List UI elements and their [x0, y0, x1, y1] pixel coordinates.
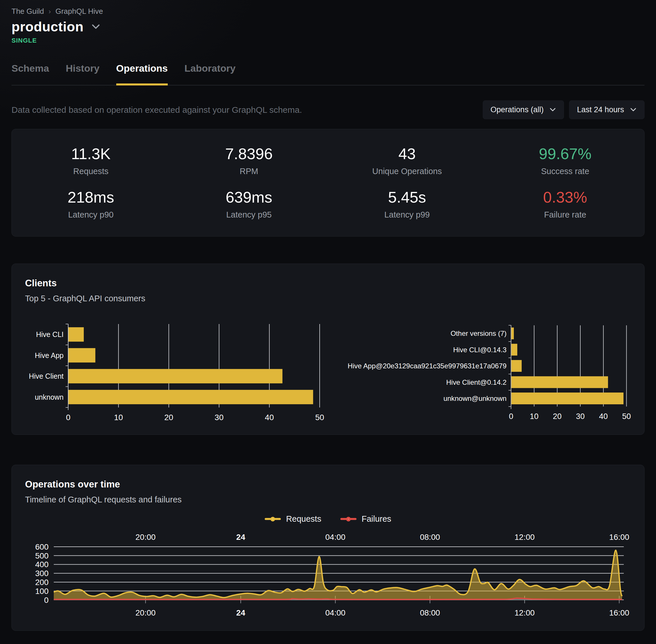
svg-text:10: 10	[530, 412, 538, 421]
time-range-select[interactable]: Last 24 hours	[569, 100, 645, 119]
stat-label: RPM	[170, 167, 328, 176]
tab-schema[interactable]: Schema	[11, 63, 49, 85]
stat-value: 7.8396	[170, 145, 328, 163]
legend-label: Requests	[286, 514, 321, 524]
svg-text:16:00: 16:00	[609, 608, 629, 617]
stat-label: Latency p95	[170, 210, 328, 220]
svg-text:20:00: 20:00	[136, 608, 156, 617]
tab-history[interactable]: History	[66, 63, 99, 85]
stat-success-rate: 99.67% Success rate	[486, 145, 645, 176]
chevron-down-icon	[630, 108, 637, 112]
failures-series-icon	[341, 518, 356, 520]
stat-unique-operations: 43 Unique Operations	[328, 145, 486, 176]
page-title: production	[11, 19, 84, 34]
breadcrumb-project-link[interactable]: GraphQL Hive	[55, 7, 103, 16]
svg-text:0: 0	[509, 412, 513, 421]
stat-label: Latency p90	[12, 210, 170, 220]
svg-text:Hive App@20e3129caa921c35e9979: Hive App@20e3129caa921c35e9979631e17a067…	[348, 362, 507, 370]
operations-filter-select[interactable]: Operations (all)	[483, 100, 564, 119]
requests-series-icon	[265, 518, 281, 520]
clients-card-subtitle: Top 5 - GraphQL API consumers	[25, 294, 631, 303]
legend-item-failures[interactable]: Failures	[341, 514, 391, 524]
stat-value: 99.67%	[486, 145, 645, 163]
svg-text:30: 30	[215, 413, 224, 422]
stat-value: 639ms	[170, 188, 328, 206]
legend-label: Failures	[362, 514, 391, 524]
svg-text:08:00: 08:00	[420, 608, 440, 617]
stat-label: Latency p99	[328, 210, 486, 220]
svg-text:Hive Client@0.14.2: Hive Client@0.14.2	[446, 378, 507, 386]
svg-text:100: 100	[35, 587, 49, 596]
svg-text:16:00: 16:00	[609, 533, 629, 542]
svg-text:12:00: 12:00	[514, 533, 535, 542]
operations-card-title: Operations over time	[25, 479, 631, 490]
svg-text:Hive CLI: Hive CLI	[36, 330, 64, 338]
svg-text:30: 30	[576, 412, 585, 421]
operations-page: The Guild › GraphQL Hive production SING…	[0, 0, 656, 642]
legend-item-requests[interactable]: Requests	[265, 514, 321, 524]
chevron-down-icon[interactable]	[91, 24, 101, 30]
stat-latency-p99: 5.45s Latency p99	[328, 188, 486, 220]
stat-value: 218ms	[12, 188, 170, 206]
stat-label: Unique Operations	[328, 167, 486, 176]
tab-laboratory[interactable]: Laboratory	[184, 63, 236, 85]
breadcrumb-separator-icon: ›	[49, 7, 51, 16]
svg-text:24: 24	[236, 608, 245, 617]
tab-operations[interactable]: Operations	[116, 63, 168, 85]
stat-value: 43	[328, 145, 486, 163]
clients-by-version-bar-chart: 01020304050Other versions (7)Hive CLI@0.…	[332, 322, 631, 423]
clients-card: Clients Top 5 - GraphQL API consumers 01…	[11, 263, 645, 435]
svg-text:20: 20	[553, 412, 562, 421]
clients-by-name-bar-chart: 01020304050Hive CLIHive AppHive Clientun…	[25, 322, 324, 423]
stats-summary-card: 11.3K Requests 7.8396 RPM 43 Unique Oper…	[11, 129, 645, 236]
svg-text:unknown: unknown	[35, 393, 64, 401]
svg-text:Other versions (7): Other versions (7)	[450, 329, 507, 337]
chevron-down-icon	[549, 108, 556, 112]
operations-filter-value: Operations (all)	[491, 105, 544, 114]
svg-text:Hive App: Hive App	[35, 351, 64, 360]
timeline-legend: Requests Failures	[25, 514, 631, 524]
operations-timeline-chart: 010020030040050060020:0020:00242404:0004…	[25, 532, 631, 619]
svg-text:0: 0	[66, 413, 70, 422]
stat-requests: 11.3K Requests	[12, 145, 170, 176]
operations-over-time-card: Operations over time Timeline of GraphQL…	[11, 465, 645, 631]
svg-text:300: 300	[35, 569, 49, 578]
stat-latency-p95: 639ms Latency p95	[170, 188, 328, 220]
stat-label: Requests	[12, 167, 170, 176]
svg-text:0: 0	[44, 596, 49, 604]
target-type-badge: SINGLE	[11, 37, 645, 44]
svg-text:12:00: 12:00	[514, 608, 535, 617]
stat-rpm: 7.8396 RPM	[170, 145, 328, 176]
operations-card-subtitle: Timeline of GraphQL requests and failure…	[25, 495, 631, 504]
svg-text:50: 50	[622, 412, 631, 421]
svg-text:unknown@unknown: unknown@unknown	[443, 394, 507, 402]
breadcrumb-org-link[interactable]: The Guild	[11, 7, 44, 16]
stat-latency-p90: 218ms Latency p90	[12, 188, 170, 220]
page-description: Data collected based on operation execut…	[11, 105, 483, 115]
stat-value: 0.33%	[486, 188, 645, 206]
svg-text:40: 40	[265, 413, 274, 422]
svg-text:Hive CLI@0.14.3: Hive CLI@0.14.3	[453, 346, 507, 354]
svg-text:20:00: 20:00	[136, 533, 156, 542]
time-range-value: Last 24 hours	[577, 105, 624, 114]
svg-text:Hive Client: Hive Client	[29, 372, 64, 380]
svg-text:600: 600	[35, 543, 49, 551]
clients-card-title: Clients	[25, 278, 631, 289]
svg-text:24: 24	[236, 533, 245, 542]
svg-text:20: 20	[164, 413, 173, 422]
stat-value: 11.3K	[12, 145, 170, 163]
svg-text:500: 500	[35, 551, 49, 560]
svg-text:04:00: 04:00	[325, 608, 346, 617]
svg-text:400: 400	[35, 560, 49, 569]
tab-bar: Schema History Operations Laboratory	[11, 63, 645, 86]
svg-text:10: 10	[114, 413, 123, 422]
svg-text:50: 50	[315, 413, 324, 422]
breadcrumb: The Guild › GraphQL Hive	[11, 7, 645, 16]
svg-text:200: 200	[35, 578, 49, 587]
stat-label: Failure rate	[486, 210, 645, 220]
stat-label: Success rate	[486, 167, 645, 176]
svg-text:04:00: 04:00	[325, 533, 346, 542]
svg-text:40: 40	[599, 412, 608, 421]
stat-failure-rate: 0.33% Failure rate	[486, 188, 645, 220]
stat-value: 5.45s	[328, 188, 486, 206]
